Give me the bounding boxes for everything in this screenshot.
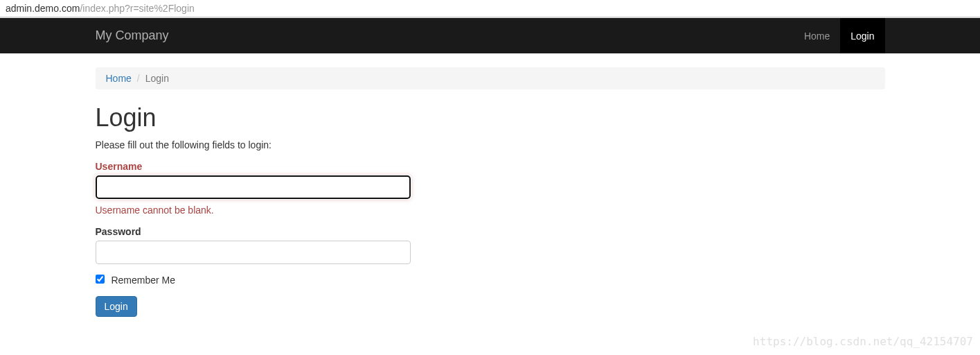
url-path: /index.php?r=site%2Flogin (80, 3, 194, 14)
breadcrumb-home[interactable]: Home (106, 73, 132, 84)
breadcrumb-separator: / (132, 73, 145, 84)
remember-text: Remember Me (111, 275, 175, 286)
username-error: Username cannot be blank. (96, 205, 411, 216)
remember-checkbox[interactable] (96, 275, 105, 284)
page-title: Login (96, 103, 885, 132)
password-label: Password (96, 226, 411, 237)
navbar: My Company Home Login (0, 17, 980, 53)
login-form: Username Username cannot be blank. Passw… (96, 161, 885, 317)
username-input[interactable] (96, 175, 411, 199)
url-host: admin.demo.com (6, 3, 80, 14)
password-input[interactable] (96, 241, 411, 264)
nav-home[interactable]: Home (794, 18, 840, 53)
navbar-nav: Home Login (794, 18, 885, 53)
breadcrumb-current: Login (145, 73, 169, 84)
main-container: Home / Login Login Please fill out the f… (96, 53, 885, 317)
password-group: Password (96, 226, 411, 264)
address-bar[interactable]: admin.demo.com/index.php?r=site%2Flogin (0, 0, 980, 17)
username-label: Username (96, 161, 411, 172)
username-group: Username Username cannot be blank. (96, 161, 411, 216)
remember-label[interactable]: Remember Me (96, 275, 175, 286)
remember-group: Remember Me (96, 275, 885, 286)
nav-login[interactable]: Login (840, 18, 884, 53)
navbar-brand[interactable]: My Company (96, 28, 169, 43)
login-button[interactable]: Login (96, 296, 137, 317)
page-instruction: Please fill out the following fields to … (96, 139, 885, 150)
breadcrumb: Home / Login (96, 67, 885, 89)
